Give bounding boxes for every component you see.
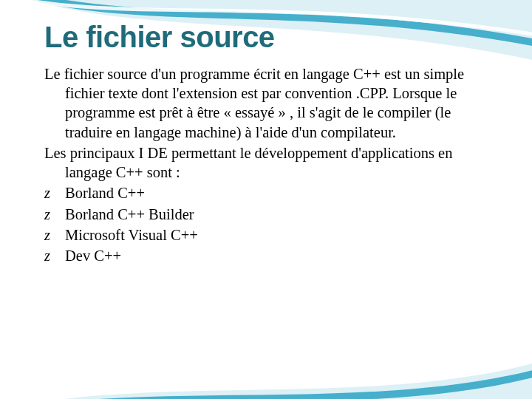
- slide-body: Le fichier source d'un programme écrit e…: [44, 64, 494, 265]
- bullet-icon: z: [44, 225, 65, 245]
- bullet-icon: z: [44, 205, 65, 224]
- slide-title: Le fichier source: [44, 21, 494, 54]
- paragraph-1: Le fichier source d'un programme écrit e…: [44, 64, 494, 142]
- bullet-icon: z: [44, 246, 65, 265]
- bullet-text: Dev C++: [65, 248, 121, 264]
- bullet-item: zBorland C++: [44, 183, 494, 202]
- paragraph-2: Les principaux I DE permettant le dévelo…: [44, 143, 494, 182]
- slide-content: Le fichier source Le fichier source d'un…: [0, 0, 532, 296]
- bullet-item: zDev C++: [44, 246, 494, 265]
- bullet-item: zBorland C++ Builder: [44, 205, 494, 224]
- bullet-text: Borland C++: [65, 185, 145, 201]
- bullet-item: zMicrosoft Visual C++: [44, 225, 494, 245]
- bullet-text: Microsoft Visual C++: [65, 227, 198, 243]
- bullet-icon: z: [44, 183, 65, 202]
- bullet-text: Borland C++ Builder: [65, 206, 194, 222]
